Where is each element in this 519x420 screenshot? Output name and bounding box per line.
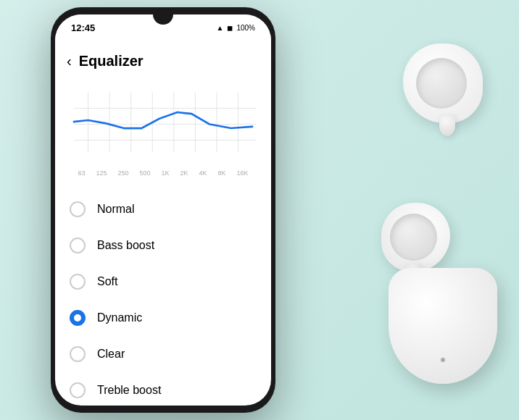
- option-dynamic-label: Dynamic: [97, 311, 142, 324]
- radio-soft: [70, 274, 86, 290]
- status-time: 12:45: [71, 22, 95, 33]
- notch: [153, 14, 173, 25]
- radio-dynamic-inner: [74, 314, 81, 322]
- option-treble-boost[interactable]: Treble boost: [55, 372, 271, 406]
- back-button[interactable]: ‹: [67, 53, 72, 70]
- status-icons: ▲ ◼ 100%: [217, 24, 255, 32]
- option-bass-boost-label: Bass boost: [97, 239, 154, 252]
- radio-dynamic: [70, 310, 86, 326]
- eq-options-list: Normal Bass boost Soft Dynamic Clear: [55, 185, 271, 406]
- freq-8k: 8K: [217, 169, 225, 177]
- freq-63: 63: [78, 169, 85, 177]
- freq-16k: 16K: [236, 169, 248, 177]
- option-dynamic[interactable]: Dynamic: [55, 300, 271, 336]
- phone: 12:45 ▲ ◼ 100% ‹ Equalizer: [51, 7, 275, 413]
- radio-treble-boost: [70, 382, 86, 398]
- status-bar: 12:45 ▲ ◼ 100%: [55, 14, 271, 41]
- freq-4k: 4K: [199, 169, 207, 177]
- option-treble-boost-label: Treble boost: [97, 384, 161, 397]
- freq-250: 250: [117, 169, 128, 177]
- signal-icon: ◼: [227, 24, 233, 32]
- option-bass-boost[interactable]: Bass boost: [55, 227, 271, 264]
- radio-normal: [70, 201, 86, 217]
- eq-frequency-labels: 63 125 250 500 1K 2K 4K 8K 16K: [67, 168, 260, 178]
- battery-label: 100%: [236, 24, 255, 32]
- radio-clear: [70, 346, 86, 362]
- freq-1k: 1K: [161, 169, 169, 177]
- option-clear-label: Clear: [97, 348, 125, 361]
- earbud-case: [389, 268, 505, 391]
- app-header: ‹ Equalizer: [55, 41, 271, 81]
- earbud-right: [403, 43, 490, 145]
- equalizer-chart: 63 125 250 500 1K 2K 4K 8K 16K: [67, 88, 260, 178]
- radio-bass-boost: [70, 238, 86, 253]
- option-normal-label: Normal: [97, 203, 135, 216]
- page-title: Equalizer: [79, 53, 144, 70]
- freq-125: 125: [96, 169, 107, 177]
- eq-svg: [67, 88, 260, 168]
- wifi-icon: ▲: [217, 24, 224, 32]
- option-soft[interactable]: Soft: [55, 264, 271, 300]
- phone-screen: 12:45 ▲ ◼ 100% ‹ Equalizer: [55, 14, 271, 406]
- freq-2k: 2K: [180, 169, 188, 177]
- option-clear[interactable]: Clear: [55, 336, 271, 372]
- option-soft-label: Soft: [97, 275, 117, 288]
- freq-500: 500: [139, 169, 150, 177]
- option-normal[interactable]: Normal: [55, 191, 271, 227]
